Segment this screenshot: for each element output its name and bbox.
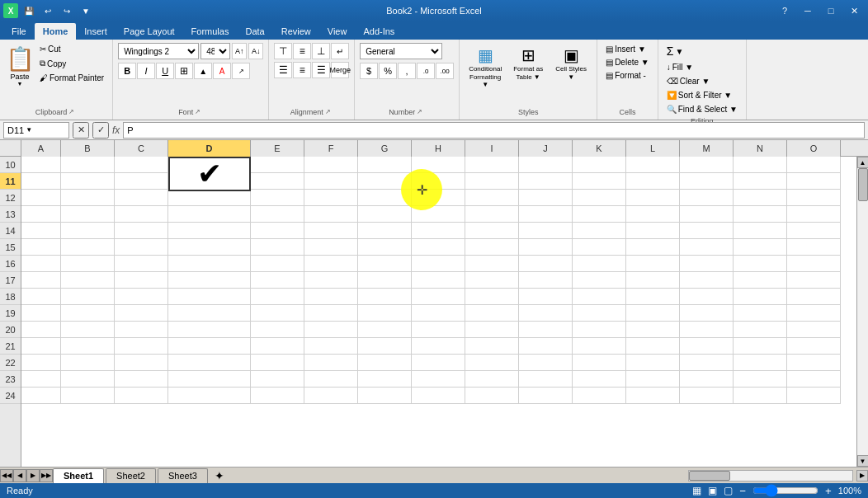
cell-N23[interactable] [734,371,787,388]
cell-D23[interactable] [168,371,251,388]
maximize-button[interactable]: □ [820,2,842,19]
cell-N15[interactable] [734,239,787,256]
sum-button[interactable]: Σ ▼ [663,43,687,59]
cell-L15[interactable] [626,239,680,256]
cell-G18[interactable] [358,289,412,305]
cell-I22[interactable] [465,355,519,371]
paste-button[interactable]: 📋 Paste ▼ [5,43,35,89]
cell-L22[interactable] [626,355,680,371]
col-header-I[interactable]: I [465,140,519,157]
row-22[interactable]: 22 [0,355,21,371]
cell-J11[interactable] [519,173,573,190]
cell-B19[interactable] [61,305,115,322]
confirm-formula-button[interactable]: ✓ [92,122,109,139]
minimize-button[interactable]: ─ [797,2,818,19]
cell-J21[interactable] [519,338,573,355]
cell-L18[interactable] [626,289,680,305]
cell-D16[interactable] [168,256,251,272]
zoom-slider[interactable] [752,484,818,497]
cell-A11[interactable] [21,173,61,190]
cell-F10[interactable] [304,157,358,173]
cell-O11[interactable] [787,173,841,190]
cancel-formula-button[interactable]: ✕ [73,122,89,139]
cell-O14[interactable] [787,223,841,239]
cell-I16[interactable] [465,256,519,272]
cell-C21[interactable] [115,338,168,355]
cell-D20[interactable] [168,322,251,338]
help-button[interactable]: ? [774,2,795,19]
center-align-button[interactable]: ≡ [293,62,311,78]
cell-E13[interactable] [251,206,304,223]
cell-E12[interactable] [251,190,304,206]
cell-G16[interactable] [358,256,412,272]
cell-D14[interactable] [168,223,251,239]
cell-M10[interactable] [680,157,734,173]
row-13[interactable]: 13 [0,206,21,223]
currency-button[interactable]: $ [360,63,378,79]
view-normal-button[interactable]: ▦ [692,485,701,496]
cell-A13[interactable] [21,206,61,223]
clear-button[interactable]: ⌫ Clear ▼ [663,75,714,87]
cell-J16[interactable] [519,256,573,272]
cell-C13[interactable] [115,206,168,223]
merge-center-button[interactable]: Merge [331,62,349,78]
cell-O18[interactable] [787,289,841,305]
cell-L14[interactable] [626,223,680,239]
cell-C22[interactable] [115,355,168,371]
cell-N22[interactable] [734,355,787,371]
cell-N17[interactable] [734,272,787,289]
row-16[interactable]: 16 [0,256,21,272]
cell-J10[interactable] [519,157,573,173]
cell-I21[interactable] [465,338,519,355]
cell-A24[interactable] [21,388,61,404]
row-19[interactable]: 19 [0,305,21,322]
cell-M17[interactable] [680,272,734,289]
borders-button[interactable]: ⊞ [175,63,193,79]
close-button[interactable]: ✕ [843,2,865,19]
h-scroll-thumb[interactable] [689,471,730,481]
cell-I23[interactable] [465,371,519,388]
cell-A18[interactable] [21,289,61,305]
sheet-tab-3[interactable]: Sheet3 [158,468,208,483]
cell-J18[interactable] [519,289,573,305]
cell-M16[interactable] [680,256,734,272]
cell-B18[interactable] [61,289,115,305]
cell-M12[interactable] [680,190,734,206]
cell-M18[interactable] [680,289,734,305]
cell-O22[interactable] [787,355,841,371]
cell-H17[interactable] [412,272,465,289]
cell-H20[interactable] [412,322,465,338]
cell-C16[interactable] [115,256,168,272]
zoom-in-button[interactable]: + [825,485,832,497]
cell-G23[interactable] [358,371,412,388]
cell-O12[interactable] [787,190,841,206]
row-15[interactable]: 15 [0,239,21,256]
font-color-button[interactable]: A [213,63,231,79]
cell-A22[interactable] [21,355,61,371]
col-header-K[interactable]: K [573,140,626,157]
cell-A23[interactable] [21,371,61,388]
cell-F18[interactable] [304,289,358,305]
row-21[interactable]: 21 [0,338,21,355]
cell-I18[interactable] [465,289,519,305]
cell-I10[interactable] [465,157,519,173]
col-header-G[interactable]: G [358,140,412,157]
cell-M13[interactable] [680,206,734,223]
cell-A19[interactable] [21,305,61,322]
cell-F15[interactable] [304,239,358,256]
cell-A14[interactable] [21,223,61,239]
cell-B21[interactable] [61,338,115,355]
col-header-N[interactable]: N [734,140,787,157]
cell-F12[interactable] [304,190,358,206]
cell-E24[interactable] [251,388,304,404]
cell-L23[interactable] [626,371,680,388]
cell-D17[interactable] [168,272,251,289]
cell-L24[interactable] [626,388,680,404]
decrease-decimal-button[interactable]: .00 [436,63,454,79]
cell-I12[interactable] [465,190,519,206]
tab-view[interactable]: View [319,23,356,40]
cell-K18[interactable] [573,289,626,305]
underline-button[interactable]: U [156,63,174,79]
row-20[interactable]: 20 [0,322,21,338]
cell-L19[interactable] [626,305,680,322]
